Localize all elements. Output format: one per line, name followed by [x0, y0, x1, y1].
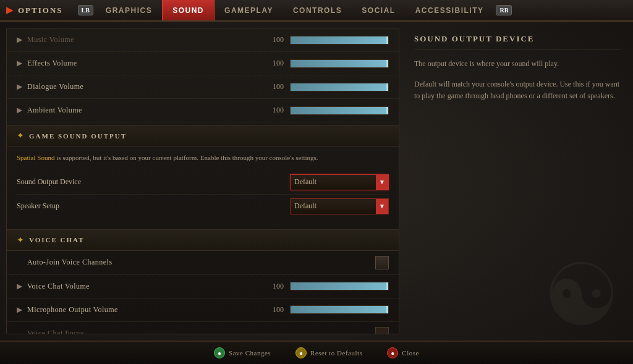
- reset-button-icon: ●: [295, 347, 307, 358]
- options-label: OPTIONS: [18, 6, 63, 15]
- spatial-sound-highlight: Spatial Sound: [17, 154, 54, 161]
- tab-accessibility[interactable]: ACCESSIBILITY: [406, 0, 494, 20]
- left-panel: ▶ Music Volume 100 ▶ Effects Volume 100: [0, 22, 408, 341]
- info-panel-paragraph1: The output device is where your sound wi…: [414, 58, 621, 70]
- right-panel: SOUND OUTPUT DEVICE The output device is…: [408, 22, 633, 341]
- auto-join-voice-label: Auto-Join Voice Channels: [27, 258, 375, 267]
- sound-output-device-arrow: ▼: [376, 175, 388, 190]
- music-volume-fill: [291, 36, 388, 44]
- dialogue-volume-label: Dialogue Volume: [27, 82, 262, 91]
- voice-focus-row: ▶ Voice Chat Focus: [7, 322, 399, 334]
- row-indicator: ▶: [17, 305, 22, 315]
- spatial-sound-notice: Spatial Sound is supported, but it's bas…: [17, 153, 389, 163]
- close-label: Close: [402, 349, 419, 357]
- main-content: ▶ Music Volume 100 ▶ Effects Volume 100: [0, 22, 633, 341]
- row-indicator: ▶: [17, 35, 22, 44]
- row-indicator: ▶: [17, 59, 22, 68]
- dialogue-volume-fill: [291, 83, 388, 91]
- voice-chat-volume-fill: [291, 282, 388, 290]
- voice-chat-section-header: ✦ VOICE CHAT: [7, 229, 399, 251]
- sound-output-device-row: Sound Output Device Default ▼: [17, 171, 389, 195]
- voice-chat-volume-label: Voice Chat Volume: [27, 282, 262, 291]
- tab-sound[interactable]: SOUND: [162, 0, 215, 20]
- voice-chat-volume-bar[interactable]: [290, 282, 389, 290]
- ambient-volume-label: Ambient Volume: [27, 106, 262, 115]
- row-indicator: ▶: [17, 82, 22, 91]
- voice-focus-label: Voice Chat Focus: [27, 329, 375, 334]
- dialogue-volume-row: ▶ Dialogue Volume 100: [7, 75, 399, 99]
- mic-volume-value: 100: [262, 305, 284, 315]
- music-volume-value: 100: [262, 35, 284, 44]
- effects-volume-value: 100: [262, 59, 284, 68]
- spatial-sound-text: is supported, but it's based on your cur…: [54, 154, 318, 161]
- settings-scroll[interactable]: ▶ Music Volume 100 ▶ Effects Volume 100: [7, 28, 399, 334]
- voice-chat-section-title: VOICE CHAT: [29, 236, 85, 243]
- bottom-bar: ● Save Changes ● Reset to Defaults ● Clo…: [0, 341, 633, 364]
- info-panel-title: SOUND OUTPUT DEVICE: [414, 34, 621, 49]
- mic-volume-label: Microphone Output Volume: [27, 305, 262, 315]
- mic-volume-row: ▶ Microphone Output Volume 100: [7, 298, 399, 322]
- music-volume-bar[interactable]: [290, 36, 389, 44]
- settings-container: ▶ Music Volume 100 ▶ Effects Volume 100: [6, 28, 399, 334]
- voice-chat-volume-value: 100: [262, 282, 284, 291]
- row-indicator: ▶: [17, 106, 22, 115]
- close-button-icon: ●: [387, 347, 398, 358]
- effects-volume-row: ▶ Effects Volume 100: [7, 52, 399, 75]
- options-logo: ▶ OPTIONS: [6, 5, 63, 15]
- voice-focus-checkbox[interactable]: [375, 327, 389, 334]
- ambient-volume-fill: [291, 107, 388, 114]
- mic-volume-fill: [291, 306, 388, 313]
- music-volume-label: Music Volume: [27, 35, 262, 44]
- speaker-setup-select[interactable]: Default ▼: [290, 198, 389, 214]
- tab-controls[interactable]: CONTROLS: [283, 0, 352, 20]
- dialogue-volume-bar[interactable]: [290, 83, 389, 91]
- auto-join-checkbox[interactable]: [375, 256, 389, 269]
- ambient-volume-bar[interactable]: [290, 106, 389, 115]
- save-button-icon: ●: [214, 347, 225, 358]
- section-gear-icon: ✦: [17, 130, 24, 141]
- voice-chat-volume-row: ▶ Voice Chat Volume 100: [7, 275, 399, 298]
- sound-output-device-label: Sound Output Device: [17, 177, 290, 187]
- close-action[interactable]: ● Close: [387, 347, 419, 358]
- reset-defaults-action[interactable]: ● Reset to Defaults: [295, 347, 362, 358]
- tab-graphics[interactable]: GRAPHICS: [96, 0, 162, 20]
- sound-output-device-value: Default: [294, 177, 332, 187]
- auto-join-voice-row: ▶ Auto-Join Voice Channels: [7, 251, 399, 275]
- save-changes-action[interactable]: ● Save Changes: [214, 347, 271, 358]
- effects-volume-label: Effects Volume: [27, 59, 262, 68]
- mic-volume-bar[interactable]: [290, 305, 389, 314]
- game-sound-section-content: Spatial Sound is supported, but it's bas…: [7, 146, 399, 224]
- effects-volume-fill: [291, 60, 388, 67]
- tab-gameplay[interactable]: GAMEPLAY: [215, 0, 283, 20]
- nav-arrow: ▶: [6, 5, 14, 15]
- row-indicator: ▶: [17, 282, 22, 291]
- tab-social[interactable]: SOCIAL: [352, 0, 405, 20]
- dialogue-volume-value: 100: [262, 82, 284, 91]
- save-changes-label: Save Changes: [229, 349, 271, 357]
- sound-output-device-select[interactable]: Default ▼: [290, 174, 389, 190]
- speaker-setup-value: Default: [294, 201, 332, 211]
- reset-defaults-label: Reset to Defaults: [310, 349, 362, 357]
- decorative-watermark: ☯: [543, 253, 621, 339]
- music-volume-row: ▶ Music Volume 100: [7, 28, 399, 52]
- voice-chat-gear-icon: ✦: [17, 235, 24, 245]
- ambient-volume-row: ▶ Ambient Volume 100: [7, 99, 399, 122]
- game-sound-section-header: ✦ GAME SOUND OUTPUT: [7, 125, 399, 146]
- speaker-setup-label: Speaker Setup: [17, 201, 290, 211]
- info-panel-paragraph2: Default will match your console's output…: [414, 78, 621, 102]
- ambient-volume-value: 100: [262, 106, 284, 115]
- game-sound-section-title: GAME SOUND OUTPUT: [29, 132, 127, 140]
- top-nav: ▶ OPTIONS LB GRAPHICS SOUND GAMEPLAY CON…: [0, 0, 633, 22]
- effects-volume-bar[interactable]: [290, 59, 389, 68]
- speaker-setup-arrow: ▼: [376, 199, 388, 214]
- lb-bumper[interactable]: LB: [78, 5, 93, 15]
- rb-bumper[interactable]: RB: [496, 5, 512, 15]
- speaker-setup-row: Speaker Setup Default ▼: [17, 195, 389, 218]
